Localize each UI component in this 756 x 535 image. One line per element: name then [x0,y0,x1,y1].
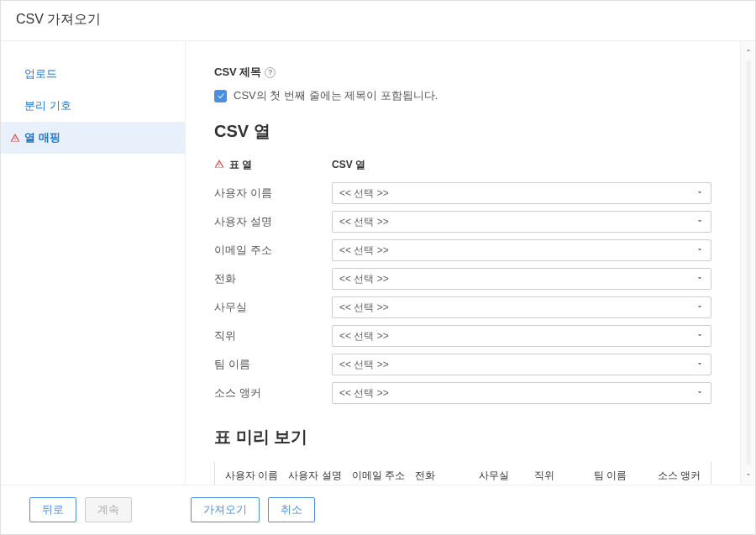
csv-title-text: CSV 제목 [214,65,261,80]
table-preview-heading: 표 미리 보기 [214,426,711,448]
checkbox-checked-icon[interactable] [214,90,227,102]
sidebar-item-label: 업로드 [24,66,57,81]
field-label: 사용자 설명 [214,214,332,229]
column-select-title[interactable]: << 선택 >> [332,325,711,347]
chevron-down-icon [696,359,704,370]
chevron-down-icon [696,187,704,199]
field-label: 직위 [214,328,332,344]
select-value: << 선택 >> [339,329,389,344]
scroll-up-icon[interactable] [744,45,753,57]
cancel-button[interactable]: 취소 [268,497,315,522]
preview-col: 사용자 설명 [283,469,346,483]
csv-import-window: CSV 가져오기 업로드 분리 기호 열 매핑 CSV 제목 [0,0,756,535]
chevron-down-icon [696,216,704,228]
preview-col: 직위 [529,469,589,483]
column-select-email[interactable]: << 선택 >> [332,239,711,261]
preview-col: 소스 앵커 [653,469,706,483]
back-button[interactable]: 뒤로 [29,497,76,522]
sidebar-item-upload[interactable]: 업로드 [1,58,185,90]
checkbox-label: CSV의 첫 번째 줄에는 제목이 포함됩니다. [234,88,438,103]
first-row-header-checkbox-row: CSV의 첫 번째 줄에는 제목이 포함됩니다. [214,88,711,103]
chevron-down-icon [696,244,704,256]
field-label: 사용자 이름 [214,186,332,201]
field-label: 소스 앵커 [214,386,332,401]
column-select-userdesc[interactable]: << 선택 >> [332,211,711,233]
preview-col: 전화 [410,469,474,483]
preview-col: 사무실 [474,469,529,483]
sidebar-item-label: 열 매핑 [24,130,60,145]
preview-col: 사용자 이름 [220,469,283,483]
field-label: 이메일 주소 [214,243,332,258]
field-label: 전화 [214,271,332,286]
column-select-phone[interactable]: << 선택 >> [332,268,711,290]
mapping-header-csv-column: CSV 열 [332,158,711,176]
main-panel: CSV 제목 ? CSV의 첫 번째 줄에는 제목이 포함됩니다. CSV 열 [186,41,740,485]
import-button[interactable]: 가져오기 [191,497,260,522]
scroll-track[interactable] [746,60,751,465]
chevron-down-icon [696,330,704,342]
preview-table: 사용자 이름 사용자 설명 이메일 주소 전화 사무실 직위 팀 이름 소스 앵… [214,462,711,485]
wizard-sidebar: 업로드 분리 기호 열 매핑 [1,41,186,485]
column-mapping-grid: 표 열 CSV 열 사용자 이름 << 선택 >> 사용자 설명 << 선택 >… [214,158,711,404]
column-select-team[interactable]: << 선택 >> [332,354,711,375]
continue-button: 계속 [85,497,132,522]
select-value: << 선택 >> [339,244,389,258]
window-body: 업로드 분리 기호 열 매핑 CSV 제목 ? [1,41,755,485]
preview-col: 이메일 주소 [347,469,410,483]
preview-col: 팀 이름 [589,469,653,483]
column-select-source-anchor[interactable]: << 선택 >> [332,382,711,404]
select-value: << 선택 >> [339,272,389,286]
help-icon[interactable]: ? [265,67,276,78]
column-select-username[interactable]: << 선택 >> [332,182,711,204]
select-value: << 선택 >> [339,186,389,201]
warning-icon [214,159,224,171]
csv-title-heading: CSV 제목 ? [214,65,711,80]
mapping-header-table-column: 표 열 [214,158,332,176]
preview-table-header: 사용자 이름 사용자 설명 이메일 주소 전화 사무실 직위 팀 이름 소스 앵… [215,462,711,485]
select-value: << 선택 >> [339,215,389,229]
field-label: 팀 이름 [214,357,332,372]
mapping-header-left-label: 표 열 [229,158,252,172]
chevron-down-icon [696,302,704,313]
select-value: << 선택 >> [339,301,389,315]
sidebar-item-delimiter[interactable]: 분리 기호 [1,90,185,122]
scroll-down-icon[interactable] [744,469,753,481]
window-title: CSV 가져오기 [1,1,755,41]
sidebar-item-column-mapping[interactable]: 열 매핑 [1,122,185,154]
chevron-down-icon [696,387,704,399]
sidebar-item-label: 분리 기호 [24,98,71,113]
csv-columns-heading: CSV 열 [214,120,711,143]
select-value: << 선택 >> [339,358,389,372]
column-select-office[interactable]: << 선택 >> [332,296,711,318]
field-label: 사무실 [214,300,332,315]
select-value: << 선택 >> [339,386,389,401]
warning-icon [9,133,21,143]
wizard-footer: 뒤로 계속 가져오기 취소 [1,485,755,534]
vertical-scrollbar[interactable] [740,41,755,485]
chevron-down-icon [696,273,704,285]
main-wrap: CSV 제목 ? CSV의 첫 번째 줄에는 제목이 포함됩니다. CSV 열 [186,41,755,485]
